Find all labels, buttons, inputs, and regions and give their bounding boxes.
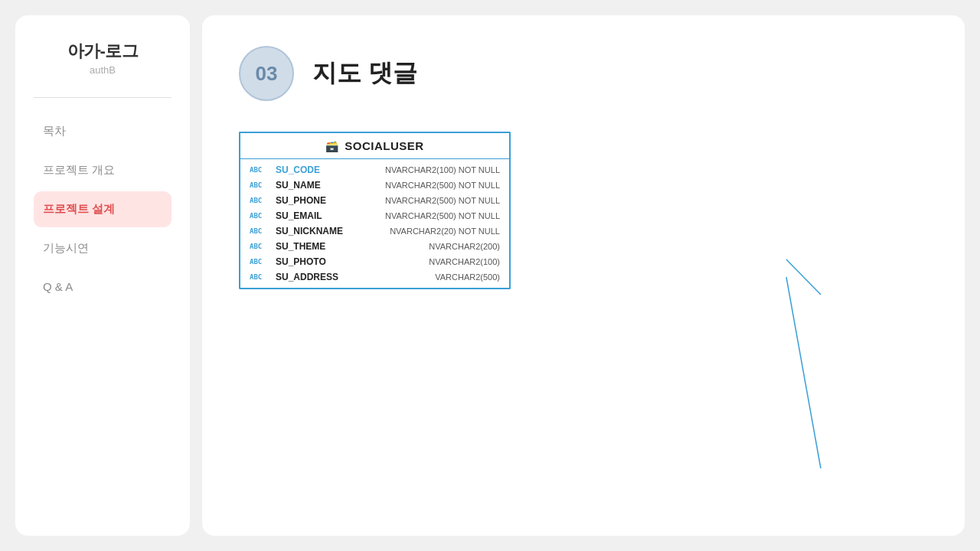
sidebar-divider — [34, 97, 172, 98]
svg-line-0 — [786, 259, 821, 295]
field-name: SU_PHOTO — [276, 256, 368, 267]
table-row: ABCSU_PHOTONVARCHAR2(100) — [240, 254, 509, 269]
field-icon: ABC — [250, 243, 271, 250]
logo-main: 아가-로그 — [34, 40, 172, 63]
field-type: NVARCHAR2(500) NOT NULL — [372, 211, 500, 220]
table-row: ABCSU_THEMENVARCHAR2(200) — [240, 239, 509, 254]
field-icon: ABC — [250, 273, 271, 281]
diagram-area: 🗃️ MAPCOMMENT ABCMC_CODENVARCHAR2(10) NO… — [239, 132, 928, 514]
sidebar-nav: 목차프로젝트 개요프로젝트 설계기능시연Q & A — [34, 113, 172, 511]
field-type: NVARCHAR2(20) NOT NULL — [372, 227, 500, 236]
table-row: ABCSU_ADDRESSVARCHAR2(500) — [240, 269, 509, 285]
step-circle: 03 — [239, 46, 294, 101]
sidebar-item-project-design[interactable]: 프로젝트 설계 — [34, 191, 172, 227]
socialuser-header: 🗃️ SOCIALUSER — [240, 133, 509, 159]
field-name: SU_NAME — [276, 180, 368, 191]
sidebar-item-toc[interactable]: 목차 — [34, 113, 172, 149]
sidebar-logo: 아가-로그 authB — [34, 40, 172, 76]
field-type: NVARCHAR2(500) NOT NULL — [372, 196, 500, 205]
page-header: 03 지도 댓글 — [239, 46, 928, 101]
field-icon: ABC — [250, 166, 271, 174]
field-name: SU_NICKNAME — [276, 226, 368, 236]
field-name: SU_CODE — [276, 165, 368, 175]
table-row: ABCSU_NAMENVARCHAR2(500) NOT NULL — [240, 178, 509, 193]
table-socialuser: 🗃️ SOCIALUSER ABCSU_CODENVARCHAR2(100) N… — [239, 132, 511, 289]
field-icon: ABC — [250, 212, 271, 220]
field-icon: ABC — [250, 227, 271, 235]
table-row: ABCSU_PHONENVARCHAR2(500) NOT NULL — [240, 193, 509, 208]
sidebar: 아가-로그 authB 목차프로젝트 개요프로젝트 설계기능시연Q & A — [15, 15, 190, 536]
field-type: NVARCHAR2(500) NOT NULL — [372, 181, 500, 190]
field-name: SU_EMAIL — [276, 210, 368, 221]
field-type: NVARCHAR2(100) — [372, 257, 500, 266]
field-icon: ABC — [250, 258, 271, 266]
field-type: VARCHAR2(500) — [372, 272, 500, 282]
table-row: ABCSU_NICKNAMENVARCHAR2(20) NOT NULL — [240, 223, 509, 239]
sidebar-item-demo[interactable]: 기능시연 — [34, 230, 172, 266]
page-title: 지도 댓글 — [312, 57, 417, 90]
sidebar-item-project-overview[interactable]: 프로젝트 개요 — [34, 152, 172, 188]
field-name: SU_PHONE — [276, 195, 368, 206]
socialuser-db-icon: 🗃️ — [325, 140, 338, 152]
table-row: ABCSU_CODENVARCHAR2(100) NOT NULL — [240, 162, 509, 178]
field-type: NVARCHAR2(200) — [372, 242, 500, 251]
socialuser-table-name: SOCIALUSER — [345, 139, 423, 152]
field-name: SU_THEME — [276, 241, 368, 252]
main-content: 03 지도 댓글 🗃️ MAPCOMMENT ABCMC_CODENVARCHA… — [202, 15, 965, 536]
field-icon: ABC — [250, 181, 271, 189]
table-row: ABCSU_EMAILNVARCHAR2(500) NOT NULL — [240, 208, 509, 223]
socialuser-body: ABCSU_CODENVARCHAR2(100) NOT NULLABCSU_N… — [240, 159, 509, 288]
sidebar-item-qa[interactable]: Q & A — [34, 269, 172, 304]
field-type: NVARCHAR2(100) NOT NULL — [372, 165, 500, 174]
field-icon: ABC — [250, 197, 271, 204]
svg-line-1 — [786, 277, 821, 468]
logo-sub: authB — [34, 64, 172, 76]
field-name: SU_ADDRESS — [276, 272, 368, 282]
